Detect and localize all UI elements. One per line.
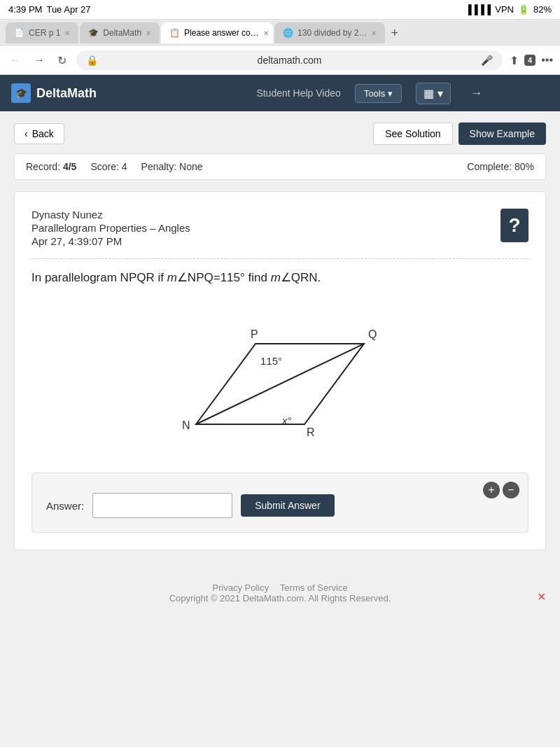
zoom-out-button[interactable]: − (503, 482, 519, 498)
back-row: ‹ Back See Solution Show Example (14, 123, 546, 145)
forward-nav-button[interactable]: → (31, 51, 48, 69)
tab-cer-label: CER p 1 (29, 28, 60, 38)
complete-value: 80% (514, 161, 534, 172)
header-center: Student Help Video Tools ▾ ▦ ▾ → (190, 83, 549, 104)
battery-level: 82% (533, 4, 552, 15)
x-label: x° (281, 414, 292, 426)
zoom-controls: + − (483, 482, 519, 498)
complete-label: Complete: (467, 161, 512, 172)
see-solution-button[interactable]: See Solution (373, 123, 452, 145)
zoom-in-button[interactable]: + (483, 482, 500, 498)
help-icon[interactable]: ? (500, 209, 528, 242)
app-header: 🎓 DeltaMath Student Help Video Tools ▾ ▦… (0, 75, 560, 111)
tab-bar: 📄 CER p 1 ✕ 🎓 DeltaMath ✕ 📋 Please answe… (0, 20, 560, 46)
tab-please-answer-close[interactable]: ✕ (263, 29, 269, 37)
calc-chevron-icon: ▾ (438, 88, 443, 99)
lock-icon: 🔒 (86, 55, 98, 66)
vpn-icon: VPN (495, 4, 514, 15)
tab-deltamath-close[interactable]: ✕ (146, 29, 151, 37)
address-input-container[interactable]: 🔒 deltamath.com 🎤 (76, 50, 503, 70)
footer-close-icon[interactable]: ✕ (537, 590, 546, 603)
tab-deltamath[interactable]: 🎓 DeltaMath ✕ (80, 22, 160, 43)
problem-prefix: In parallelogram NPQR if (31, 271, 167, 284)
record-left: Record: 4/5 Score: 4 Penalty: None (26, 161, 203, 172)
tab-cer[interactable]: 📄 CER p 1 ✕ (6, 22, 78, 43)
share-button[interactable]: ⬆ (510, 54, 519, 67)
app-logo: 🎓 DeltaMath (11, 83, 190, 103)
timestamp: Apr 27, 4:39:07 PM (31, 235, 528, 247)
student-name: Dynasty Nunez (31, 209, 528, 221)
logo-icon: 🎓 (11, 83, 31, 103)
battery-icon: 🔋 (518, 4, 529, 15)
student-help-video-link[interactable]: Student Help Video (256, 88, 340, 99)
action-buttons: See Solution Show Example (373, 123, 546, 145)
calculator-button[interactable]: ▦ ▾ (416, 83, 450, 104)
status-left: 4:39 PM Tue Apr 27 (8, 4, 91, 15)
tools-label: Tools (364, 88, 385, 99)
privacy-policy-link[interactable]: Privacy Policy (212, 582, 269, 593)
vertex-p-label: P (251, 328, 258, 340)
problem-end: . (318, 271, 321, 284)
time: 4:39 PM (8, 4, 42, 15)
tab-please-answer-label: Please answer co… (184, 28, 259, 38)
answer-area: + − Answer: Submit Answer (31, 473, 528, 533)
problem-find: find (245, 271, 271, 284)
tab-130-close[interactable]: ✕ (371, 29, 377, 37)
tab-130[interactable]: 🌐 130 divided by 2… ✕ (274, 22, 385, 43)
problem-type: Parallelogram Properties – Angles (31, 222, 528, 234)
mic-icon: 🎤 (481, 55, 493, 66)
url-display: deltamath.com (104, 55, 475, 66)
problem-card: Dynasty Nunez Parallelogram Properties –… (14, 191, 546, 550)
diagram-area: P Q N R 115° x° (31, 302, 528, 456)
footer-links: Privacy Policy Terms of Service (0, 582, 560, 593)
vertex-r-label: R (307, 426, 315, 438)
penalty-val: None (179, 161, 202, 172)
score-val: 4 (122, 161, 127, 172)
copyright: Copyright © 2021 DeltaMath.com. All Righ… (0, 593, 560, 603)
terms-of-service-link[interactable]: Terms of Service (280, 582, 348, 593)
tab-cer-icon: 📄 (14, 28, 24, 38)
vertex-n-label: N (182, 419, 190, 431)
tab-130-icon: 🌐 (283, 28, 293, 38)
tools-button[interactable]: Tools ▾ (355, 84, 402, 103)
back-button[interactable]: ‹ Back (14, 123, 64, 144)
back-nav-button[interactable]: ← (7, 51, 24, 69)
penalty-label: Penalty: (141, 161, 177, 172)
tab-deltamath-icon: 🎓 (88, 28, 99, 38)
toolbar-icons: ⬆ 4 ••• (510, 54, 553, 67)
tab-count-badge: 4 (524, 55, 536, 66)
score-label: Score: (90, 161, 118, 172)
record-value: 4/5 (63, 161, 76, 172)
address-bar: ← → ↻ 🔒 deltamath.com 🎤 ⬆ 4 ••• (0, 46, 560, 75)
record-bar: Record: 4/5 Score: 4 Penalty: None Compl… (14, 153, 546, 180)
tab-please-answer[interactable]: 📋 Please answer co… ✕ (161, 22, 273, 43)
tab-cer-close[interactable]: ✕ (64, 29, 70, 37)
reload-button[interactable]: ↻ (55, 51, 69, 70)
divider (31, 258, 528, 259)
tools-chevron-icon: ▾ (388, 88, 393, 99)
angle-npq: m (167, 271, 177, 284)
answer-input[interactable] (92, 493, 232, 518)
angle-qrn: m (271, 271, 281, 284)
penalty-item: Penalty: None (141, 161, 203, 172)
submit-answer-button[interactable]: Submit Answer (241, 494, 334, 517)
angle-npq-symbol: ∠NPQ=115° (177, 271, 245, 284)
tab-deltamath-label: DeltaMath (103, 28, 141, 38)
vertex-q-label: Q (368, 328, 377, 340)
parallelogram-diagram: P Q N R 115° x° (147, 302, 413, 456)
angle-115-label: 115° (260, 355, 282, 367)
main-content: ‹ Back See Solution Show Example Record:… (0, 111, 560, 561)
record-item: Record: 4/5 (26, 161, 76, 172)
status-right: ▐▐▐▐ VPN 🔋 82% (465, 4, 552, 15)
logo-text: DeltaMath (36, 86, 97, 101)
angle-qrn-symbol: ∠QRN (281, 271, 318, 284)
tab-please-answer-icon: 📋 (169, 28, 180, 38)
status-bar: 4:39 PM Tue Apr 27 ▐▐▐▐ VPN 🔋 82% (0, 0, 560, 20)
tab-130-label: 130 divided by 2… (298, 28, 367, 38)
logout-button[interactable]: → (470, 86, 483, 101)
more-options-button[interactable]: ••• (541, 54, 553, 67)
show-example-button[interactable]: Show Example (458, 123, 546, 145)
new-tab-button[interactable]: + (386, 26, 402, 41)
problem-text: In parallelogram NPQR if m∠NPQ=115° find… (31, 270, 528, 285)
calc-icon: ▦ (424, 88, 434, 99)
